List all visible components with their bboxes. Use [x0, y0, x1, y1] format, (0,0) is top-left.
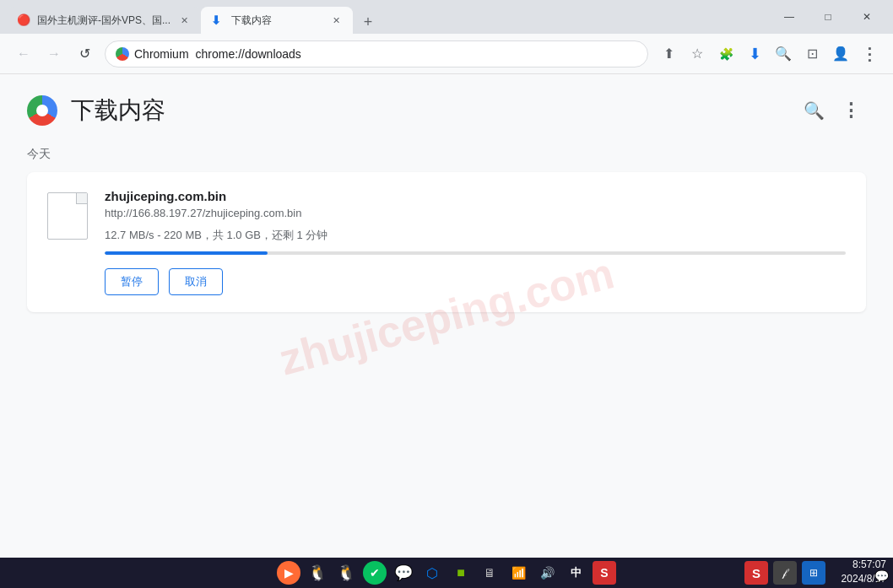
taskbar-check-icon[interactable]: ✔: [363, 561, 387, 585]
notification-button[interactable]: 💬: [873, 568, 890, 585]
downloads-page: zhujiceping.com 下载内容 🔍 ⋮ 今天 zhujiceping.…: [0, 74, 893, 558]
download-filename: zhujiceping.com.bin: [105, 189, 846, 203]
taskbar-language-icon[interactable]: 中: [564, 561, 587, 585]
tab-inactive-1[interactable]: 🔴 国外主机测评-国外VPS、国... ✕: [7, 7, 201, 34]
tab-search-button[interactable]: ⊡: [798, 40, 825, 67]
progress-bar-container: [105, 251, 846, 255]
page-actions: 🔍 ⋮: [798, 95, 866, 126]
file-icon: [47, 192, 88, 240]
cancel-button[interactable]: 取消: [169, 268, 223, 295]
browser-logo-icon: [116, 47, 129, 61]
tray-icon-2[interactable]: 𝒻: [773, 561, 797, 585]
page-title: 下载内容: [71, 94, 165, 127]
tab1-favicon: 🔴: [17, 13, 30, 27]
taskbar-mediaplayer-icon[interactable]: ▶: [277, 561, 300, 585]
taskbar-qq2-icon[interactable]: 🐧: [334, 561, 358, 585]
tab-strip: 🔴 国外主机测评-国外VPS、国... ✕ ⬇ 下载内容 ✕ +: [0, 0, 770, 34]
page-title-area: 下载内容: [27, 94, 165, 127]
tab-active-2[interactable]: ⬇ 下载内容 ✕: [201, 7, 353, 34]
download-status: 12.7 MB/s - 220 MB，共 1.0 GB，还剩 1 分钟: [105, 228, 846, 243]
download-card: zhujiceping.com.bin http://166.88.197.27…: [27, 172, 866, 312]
tab2-close-button[interactable]: ✕: [329, 13, 343, 27]
taskbar-wifi-icon[interactable]: 📶: [506, 561, 530, 585]
window-controls: — □ ✕: [770, 3, 893, 30]
extensions-button[interactable]: 🧩: [712, 40, 739, 67]
taskbar-wechat-icon[interactable]: 💬: [392, 561, 415, 585]
taskbar-bluetooth-icon[interactable]: ⬡: [420, 561, 444, 585]
page-search-button[interactable]: 🔍: [798, 95, 829, 126]
downloads-button[interactable]: ⬇: [741, 40, 768, 67]
address-bar[interactable]: Chromium chrome://downloads: [105, 40, 648, 67]
minimize-button[interactable]: —: [770, 3, 809, 30]
taskbar-nvidia-icon[interactable]: ■: [449, 561, 473, 585]
reload-button[interactable]: ↺: [71, 40, 98, 67]
browser-name: Chromium: [134, 47, 189, 61]
tab2-title: 下载内容: [231, 13, 322, 28]
profile-button[interactable]: 👤: [827, 40, 854, 67]
progress-bar-fill: [105, 251, 268, 255]
page-header: 下载内容 🔍 ⋮: [27, 94, 866, 127]
pause-button[interactable]: 暂停: [105, 268, 159, 295]
taskbar-display-icon[interactable]: 🖥: [478, 561, 501, 585]
taskbar-sogou-icon[interactable]: S: [593, 561, 616, 585]
page-menu-button[interactable]: ⋮: [836, 95, 866, 126]
chromium-logo-large: [27, 95, 57, 126]
address-text: chrome://downloads: [196, 47, 301, 61]
new-tab-button[interactable]: +: [356, 10, 380, 34]
taskbar-volume-icon[interactable]: 🔊: [535, 561, 559, 585]
forward-button[interactable]: →: [41, 40, 68, 67]
tab1-title: 国外主机测评-国外VPS、国...: [37, 13, 170, 28]
download-url: http://166.88.197.27/zhujiceping.com.bin: [105, 207, 846, 219]
toolbar-icons: ⬆ ☆ 🧩 ⬇ 🔍 ⊡ 👤 ⋮: [655, 40, 883, 67]
tray-icon-3[interactable]: ⊞: [802, 561, 825, 585]
close-button[interactable]: ✕: [847, 3, 886, 30]
toolbar: ← → ↺ Chromium chrome://downloads ⬆ ☆ 🧩 …: [0, 34, 893, 74]
bookmark-button[interactable]: ☆: [684, 40, 711, 67]
titlebar: 🔴 国外主机测评-国外VPS、国... ✕ ⬇ 下载内容 ✕ + — □ ✕: [0, 0, 893, 34]
tab1-close-button[interactable]: ✕: [177, 13, 191, 27]
share-button[interactable]: ⬆: [655, 40, 682, 67]
maximize-button[interactable]: □: [809, 3, 847, 30]
sogou-tray-icon[interactable]: S: [744, 561, 768, 585]
section-date: 今天: [27, 147, 866, 162]
download-info: zhujiceping.com.bin http://166.88.197.27…: [105, 189, 846, 295]
back-button[interactable]: ←: [10, 40, 37, 67]
taskbar-qq-icon[interactable]: 🐧: [306, 561, 329, 585]
taskbar: ▶ 🐧 🐧 ✔ 💬 ⬡ ■ 🖥 📶 🔊 中: [0, 558, 893, 588]
tab2-favicon: ⬇: [211, 13, 225, 27]
download-actions: 暂停 取消: [105, 268, 846, 295]
search-button[interactable]: 🔍: [770, 40, 797, 67]
menu-button[interactable]: ⋮: [856, 40, 883, 67]
